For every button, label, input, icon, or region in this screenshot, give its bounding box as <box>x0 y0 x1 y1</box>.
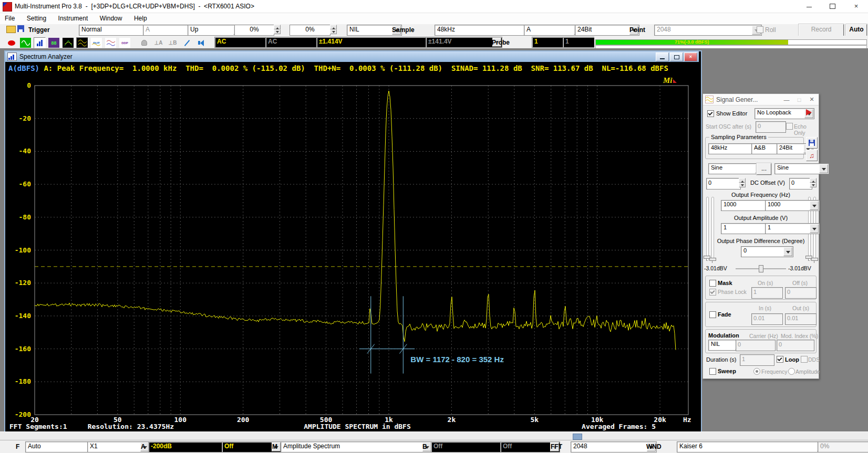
record-indicator-icon[interactable] <box>5 37 17 48</box>
amplitude-slider-a2[interactable] <box>711 197 714 261</box>
dc-offset-a-arrows[interactable] <box>739 178 746 187</box>
panel-close-button[interactable]: ✕ <box>808 96 815 103</box>
modulation-label: Modulation <box>708 332 739 339</box>
m-view-label: M <box>272 443 277 450</box>
amplitude-slider-a1[interactable] <box>706 197 709 261</box>
overlap-select: 0% <box>818 441 868 452</box>
sample-label: Sample <box>392 26 415 34</box>
menu-instrument[interactable]: Instrument <box>54 13 93 24</box>
measurement-readout: A(dBFS) A: Peak Frequency= 1.0000 kHz TH… <box>8 64 668 72</box>
dc-offset-b-arrows[interactable] <box>810 178 817 187</box>
fade-label: Fade <box>718 311 731 318</box>
carrier-label: Carrier (Hz) <box>749 333 778 339</box>
spectrum-plot[interactable]: BW = 1172 - 820 = 352 Hz20501002005001k2… <box>5 62 699 430</box>
menu-window[interactable]: Window <box>95 13 127 24</box>
trigger-level-spinner[interactable]: 0% <box>234 25 274 36</box>
dds-checkbox <box>801 356 808 363</box>
close-icon: × <box>689 54 692 59</box>
spectrum-window-icon <box>7 52 17 61</box>
spectrum-restore-button[interactable] <box>670 52 683 61</box>
panel-minimize-button[interactable]: — <box>783 97 790 103</box>
mask-checkbox[interactable] <box>709 280 716 287</box>
y-tick-label: 0 <box>27 81 31 89</box>
output-frequency-label: Output Frequency (Hz) <box>703 192 819 198</box>
restore-icon <box>674 55 679 59</box>
loop-checkbox[interactable] <box>777 356 783 363</box>
close-button[interactable]: × <box>844 0 868 13</box>
spectrum-analyzer-icon[interactable] <box>34 37 46 48</box>
window-function-select[interactable]: Kaiser 6 <box>677 441 827 452</box>
spectrum-close-button[interactable]: × <box>684 52 697 61</box>
a-range-select[interactable]: -200dB <box>148 441 232 452</box>
amplitude-b-select[interactable]: 1 <box>765 223 820 234</box>
input-b-probe-icon: ⊥B <box>167 37 179 48</box>
trigger-mode-select[interactable]: Normal <box>79 25 153 36</box>
bw-annotation: BW = 1172 - 820 = 352 Hz <box>410 355 504 364</box>
maximize-button[interactable] <box>821 0 844 13</box>
sound-output-icon[interactable] <box>195 37 207 48</box>
show-editor-label: Show Editor <box>716 110 747 117</box>
trigger-toolbar: Trigger Normal A Up 0% 0% NIL Sample 48k… <box>0 24 868 36</box>
signal-generator-icon[interactable] <box>76 37 88 48</box>
fade-checkbox[interactable] <box>709 311 716 318</box>
roll-checkbox <box>757 26 763 33</box>
oscilloscope-icon[interactable] <box>19 37 32 48</box>
save-icon[interactable] <box>17 25 24 32</box>
dc-offset-b-field[interactable]: 0 <box>789 178 812 189</box>
menu-file[interactable]: File <box>0 13 19 24</box>
close-icon: × <box>854 0 859 13</box>
sweep-checkbox[interactable] <box>709 368 716 375</box>
fade-out-field: 0.01 <box>785 313 817 325</box>
auto-button[interactable]: Auto <box>846 24 867 37</box>
duration-label: Duration (s) <box>706 356 736 363</box>
spectrum-3d-plot-icon[interactable] <box>62 37 74 48</box>
spectrum-minimize-button[interactable] <box>656 52 669 61</box>
multimeter-icon[interactable]: 88 <box>48 37 60 48</box>
open-file-icon[interactable] <box>6 26 16 33</box>
panel-maximize-button: □ <box>795 97 803 103</box>
record-points-select: 2048 <box>654 25 762 36</box>
menu-help[interactable]: Help <box>129 13 152 24</box>
sweep-amplitude-label: Amplitude <box>795 368 820 375</box>
mdi-scrollbar[interactable] <box>0 431 868 440</box>
music-library-button[interactable]: ♫ <box>806 150 818 161</box>
device-test-plan-icon[interactable]: DUT <box>90 37 102 48</box>
probe-label: Probe <box>492 39 510 46</box>
menu-bar: File Setting Instrument Window Help <box>0 13 868 25</box>
trigger-delay-spinner[interactable]: 0% <box>290 25 330 36</box>
mod-index-field: 0 <box>777 340 814 351</box>
maximize-icon <box>830 4 835 9</box>
sample-rate-select[interactable]: 48kHz <box>435 25 534 36</box>
trigger-delay-arrows[interactable] <box>330 25 337 34</box>
input-range-a-select[interactable]: ±1.414V <box>316 37 437 48</box>
y-tick-label: -140 <box>15 312 31 320</box>
trigger-level-arrows[interactable] <box>274 25 281 34</box>
slider-handle-b2[interactable] <box>811 258 818 261</box>
waveform-more-button[interactable]: ... <box>757 163 771 175</box>
slider-handle-a2[interactable] <box>709 258 716 261</box>
spectrum-window-titlebar[interactable]: Spectrum Analyzer × <box>5 51 699 62</box>
phase-difference-select[interactable]: 0 <box>741 246 793 257</box>
derived-data-point-icon[interactable] <box>105 37 117 48</box>
dbv-left-label: -3.01dBV <box>704 265 727 271</box>
calibration-icon[interactable] <box>181 37 193 48</box>
start-output-button[interactable] <box>806 109 812 115</box>
channel-label: A(dBFS) <box>8 64 39 72</box>
mdi-scrollbar-thumb[interactable] <box>573 434 582 440</box>
ddp-viewer-icon[interactable]: DDP <box>119 37 131 48</box>
minimize-button[interactable] <box>797 0 821 13</box>
frequency-b-select[interactable]: 1000 <box>765 200 820 211</box>
waveform-b-select[interactable]: Sine <box>774 163 829 174</box>
mask-on-field: 1 <box>751 287 783 299</box>
y-tick-label: -80 <box>19 213 32 221</box>
signal-generator-titlebar[interactable]: Signal Gener... — □ ✕ <box>703 94 819 106</box>
loopback-select[interactable]: No Loopback <box>755 108 814 119</box>
show-editor-checkbox[interactable] <box>707 110 714 117</box>
dc-offset-a-field[interactable]: 0 <box>706 178 741 189</box>
view-mode-select[interactable]: Amplitude Spectrum <box>281 441 432 452</box>
level-meter-text: 71%(-3.0 dBFS) <box>596 40 788 45</box>
balance-slider-handle[interactable] <box>759 265 763 272</box>
save-signal-button[interactable] <box>806 137 818 149</box>
menu-setting[interactable]: Setting <box>22 13 51 24</box>
fft-size-select[interactable]: 2048 <box>571 441 657 452</box>
